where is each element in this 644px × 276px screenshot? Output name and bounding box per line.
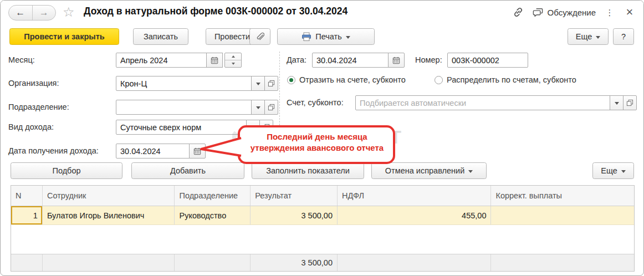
column-header-n[interactable]: N	[11, 186, 43, 206]
back-button[interactable]: ←	[9, 6, 33, 20]
department-dropdown-button[interactable]	[251, 100, 265, 115]
calendar-icon	[211, 57, 218, 64]
number-input[interactable]	[447, 53, 528, 68]
callout-line1: Последний день месяца	[243, 131, 391, 142]
print-label: Печать	[315, 32, 342, 41]
column-header-correction[interactable]: Коррект. выплаты	[491, 186, 634, 206]
month-calendar-button[interactable]	[206, 53, 223, 68]
total-cell-n	[11, 254, 43, 271]
account-input[interactable]	[355, 95, 610, 110]
radio-reflect-option[interactable]: Отразить на счете, субконто	[287, 75, 406, 84]
nav-history-group: ← →	[8, 5, 56, 21]
title-bar: ← → ☆ Доход в натуральной форме 003К-000…	[1, 1, 643, 25]
department-input[interactable]	[116, 100, 252, 115]
date-input[interactable]	[312, 53, 389, 68]
pick-label: Подбор	[52, 166, 80, 175]
page-title: Доход в натуральной форме 003К-000002 от…	[84, 6, 347, 17]
printer-icon	[301, 32, 311, 42]
open-icon	[268, 80, 275, 87]
month-input[interactable]	[116, 53, 207, 68]
discussion-icon	[532, 6, 544, 18]
open-icon	[268, 104, 275, 111]
calendar-icon	[392, 57, 400, 64]
cell-result[interactable]: 3 500,00	[251, 206, 338, 224]
income-date-label: Дата получения дохода:	[8, 146, 99, 155]
post-label: Провести	[214, 32, 250, 41]
undo-corrections-label: Отмена исправлений	[385, 166, 465, 175]
month-label: Месяц:	[8, 55, 35, 64]
forward-button[interactable]: →	[33, 6, 56, 20]
help-label: ?	[621, 32, 626, 41]
employees-table: N Сотрудник Подразделение Результат НДФЛ…	[11, 185, 635, 272]
paperclip-icon	[255, 32, 264, 42]
account-label: Счет, субконто:	[287, 98, 344, 107]
organization-dropdown-button[interactable]	[251, 76, 265, 91]
cell-ndfl[interactable]: 455,00	[338, 206, 491, 224]
attachments-button[interactable]	[249, 28, 270, 45]
add-label: Добавить	[170, 166, 206, 175]
table-empty-area[interactable]	[11, 225, 634, 254]
organization-input[interactable]	[116, 76, 252, 91]
table-row[interactable]: 1 Булатов Игорь Виленович Руководство 3 …	[11, 206, 634, 225]
stepper-down-icon[interactable]	[225, 60, 241, 67]
favorite-star-icon[interactable]: ☆	[63, 4, 75, 20]
department-label: Подразделение:	[8, 103, 69, 111]
save-button[interactable]: Записать	[133, 28, 188, 45]
radio-distribute-label: Распределить по счетам, субконто	[447, 75, 576, 84]
chevron-down-icon	[346, 36, 350, 39]
post-and-close-label: Провести и закрыть	[24, 32, 104, 41]
kebab-menu-icon[interactable]: ⋮	[604, 6, 616, 18]
chevron-down-icon	[256, 106, 260, 109]
toolbar-more-label: Еще	[576, 32, 592, 41]
organization-field-group	[116, 76, 278, 91]
save-label: Записать	[144, 32, 178, 41]
chevron-down-icon	[596, 36, 600, 39]
print-button[interactable]: Печать	[277, 28, 375, 45]
chevron-down-icon	[615, 102, 619, 105]
cell-n[interactable]: 1	[11, 206, 43, 224]
month-stepper[interactable]	[224, 53, 242, 68]
date-calendar-button[interactable]	[388, 53, 405, 68]
department-open-button[interactable]	[264, 100, 278, 115]
date-label: Дата:	[287, 55, 306, 64]
fill-indicators-label: Заполнить показатели	[266, 166, 350, 175]
chevron-down-icon	[621, 170, 626, 173]
cell-correction[interactable]	[491, 206, 634, 224]
radio-distribute-option[interactable]: Распределить по счетам, субконто	[435, 75, 576, 84]
organization-open-button[interactable]	[264, 76, 278, 91]
column-header-department[interactable]: Подразделение	[175, 186, 251, 206]
chevron-down-icon	[468, 170, 473, 173]
table-more-button[interactable]: Еще	[592, 162, 634, 179]
post-and-close-button[interactable]: Провести и закрыть	[9, 28, 119, 45]
column-header-result[interactable]: Результат	[251, 186, 338, 206]
income-date-input[interactable]	[116, 144, 190, 159]
column-header-employee[interactable]: Сотрудник	[43, 186, 175, 206]
open-icon	[626, 99, 633, 106]
chevron-down-icon	[256, 83, 260, 85]
organization-label: Организация:	[8, 79, 59, 88]
table-header-row: N Сотрудник Подразделение Результат НДФЛ…	[11, 186, 634, 206]
titlebar-actions: Обсуждение ⋮ ×	[512, 6, 636, 18]
account-dropdown-button[interactable]	[610, 95, 623, 110]
total-cell-result: 3 500,00	[251, 254, 338, 271]
back-arrow-icon: ←	[16, 7, 25, 18]
department-field-group	[116, 100, 278, 115]
stepper-up-icon[interactable]	[225, 53, 241, 60]
pick-button[interactable]: Подбор	[11, 162, 122, 179]
callout-annotation: Последний день месяца утверждения авансо…	[243, 131, 391, 154]
radio-selected-icon	[287, 76, 295, 84]
cell-employee[interactable]: Булатов Игорь Виленович	[43, 206, 175, 224]
income-type-label: Вид дохода:	[8, 122, 54, 131]
forward-arrow-icon: →	[39, 7, 49, 18]
link-icon[interactable]	[512, 6, 524, 18]
toolbar-more-button[interactable]: Еще	[568, 28, 609, 45]
help-button[interactable]: ?	[613, 28, 634, 45]
close-icon[interactable]: ×	[623, 6, 636, 18]
cell-department[interactable]: Руководство	[175, 206, 251, 224]
account-open-button[interactable]	[623, 95, 637, 110]
discussion-button[interactable]: Обсуждение	[532, 6, 596, 18]
radio-unselected-icon	[435, 76, 443, 84]
column-header-ndfl[interactable]: НДФЛ	[338, 186, 491, 206]
number-field-group	[447, 53, 528, 68]
table-totals-row: 3 500,00	[11, 254, 634, 271]
